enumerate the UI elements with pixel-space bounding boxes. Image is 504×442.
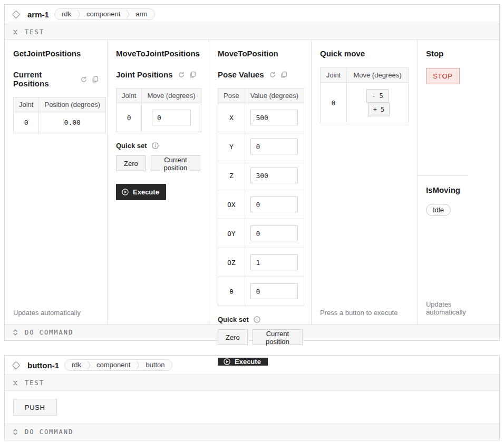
page: arm-1 rdk component arm TEST GetJointPos… [0, 0, 504, 442]
button-test-section-label: TEST [25, 379, 44, 387]
joint-positions-table: Joint Move (degrees) 0 [116, 88, 201, 132]
push-button[interactable]: PUSH [13, 399, 57, 416]
updates-automatically-note: Updates automatically [13, 309, 81, 317]
joint-positions-heading: Joint Positions [116, 70, 173, 79]
plus-5-button[interactable]: + 5 [368, 103, 390, 116]
breadcrumb-component: component [91, 360, 136, 370]
current-position-button[interactable]: Current position [253, 329, 303, 345]
info-icon[interactable] [254, 316, 260, 323]
refresh-icon[interactable] [178, 71, 185, 78]
expand-icon [12, 429, 18, 435]
zero-button[interactable]: Zero [218, 329, 248, 345]
breadcrumb-arm: arm [130, 9, 153, 19]
button-do-command-section-toggle[interactable]: DO COMMAND [5, 424, 499, 440]
copy-icon[interactable] [189, 71, 196, 78]
move-to-position-heading: MoveToPosition [218, 49, 278, 58]
status-badge: Idle [426, 204, 451, 216]
get-joint-positions-heading: GetJointPositions [13, 49, 81, 58]
play-icon [122, 189, 129, 195]
pose-z-input[interactable] [250, 168, 298, 183]
current-position-button[interactable]: Current position [151, 155, 200, 171]
column-header-joint: Joint [14, 97, 39, 112]
arm-panel-header: arm-1 rdk component arm [5, 5, 499, 24]
expand-icon [12, 329, 18, 336]
button-do-command-section-label: DO COMMAND [25, 428, 73, 436]
pose-y-input[interactable] [250, 139, 298, 154]
chevron-right-icon [126, 9, 130, 19]
pose-value-cell [245, 277, 304, 306]
breadcrumb-rdk: rdk [66, 360, 87, 370]
joint-index-cell: 0 [117, 103, 142, 132]
arm-test-section-toggle[interactable]: TEST [5, 24, 499, 40]
press-button-note: Press a button to execute [320, 309, 398, 317]
quick-move-heading: Quick move [320, 49, 365, 58]
current-positions-heading: Current Positions [13, 70, 75, 88]
stop-ismoving-column: Stop STOP IsMoving Idle Updates automati… [418, 40, 499, 324]
execute-button-label: Execute [235, 358, 261, 366]
pose-value-cell [245, 219, 304, 248]
column-header-pose: Pose [218, 89, 245, 103]
arm-panel-title: arm-1 [27, 10, 49, 19]
breadcrumb: rdk component arm [54, 8, 155, 20]
column-header-joint: Joint [321, 68, 347, 83]
updates-automatically-note: Updates automatically [426, 300, 491, 316]
breadcrumb-rdk: rdk [56, 9, 77, 19]
refresh-icon[interactable] [269, 71, 276, 78]
component-diamond-icon [12, 10, 21, 18]
execute-button[interactable]: Execute [218, 358, 268, 366]
pose-oz-input[interactable] [250, 254, 298, 270]
pose-value-cell [245, 248, 304, 277]
table-row: Y [218, 132, 304, 161]
stop-button[interactable]: STOP [426, 68, 460, 84]
arm-test-section-label: TEST [25, 28, 44, 36]
joint-move-input[interactable] [152, 110, 191, 125]
current-positions-table: Joint Position (degrees) 0 0.00 [13, 97, 106, 133]
column-header-move: Move (degrees) [142, 89, 201, 103]
table-row: OZ [218, 248, 304, 277]
pose-theta-input[interactable] [250, 283, 298, 299]
table-row: X [218, 103, 304, 132]
execute-button-label: Execute [133, 188, 159, 196]
execute-button[interactable]: Execute [116, 184, 166, 200]
pose-label-cell: θ [218, 277, 245, 306]
joint-index-cell: 0 [14, 112, 39, 133]
column-header-move: Move (degrees) [347, 68, 409, 83]
pose-label-cell: X [218, 103, 245, 132]
component-diamond-icon [12, 361, 21, 369]
button-test-body: PUSH [5, 391, 499, 424]
refresh-icon[interactable] [80, 76, 87, 83]
quick-move-table: Joint Move (degrees) 0 - 5 + 5 [320, 67, 409, 123]
pose-ox-input[interactable] [250, 197, 298, 212]
stop-section: Stop STOP [418, 40, 468, 176]
button-panel: button-1 rdk component button TEST PUSH … [4, 355, 500, 440]
copy-icon[interactable] [280, 71, 287, 78]
minus-5-button[interactable]: - 5 [366, 89, 389, 103]
stop-heading: Stop [426, 49, 443, 58]
zero-button[interactable]: Zero [116, 155, 146, 171]
pose-label-cell: Z [218, 161, 245, 190]
arm-test-body: GetJointPositions Current Positions Join… [5, 40, 499, 324]
table-row: θ [218, 277, 304, 306]
pose-x-input[interactable] [250, 110, 298, 125]
pose-values-table: Pose Value (degrees) X Y Z [218, 88, 304, 306]
chevron-right-icon [136, 360, 140, 370]
quick-set-label: Quick set [116, 142, 147, 150]
move-to-joint-positions-column: MoveToJointPositions Joint Positions Joi… [108, 40, 209, 324]
get-joint-positions-column: GetJointPositions Current Positions Join… [5, 40, 108, 324]
is-moving-heading: IsMoving [426, 185, 460, 195]
collapse-icon [12, 380, 18, 386]
copy-icon[interactable] [92, 76, 99, 83]
info-icon[interactable] [152, 142, 159, 149]
breadcrumb-button: button [140, 360, 170, 370]
table-row: 0 0.00 [14, 112, 106, 133]
table-row: OX [218, 190, 304, 219]
arm-do-command-section-label: DO COMMAND [25, 329, 73, 336]
pose-oy-input[interactable] [250, 225, 298, 241]
joint-index-cell: 0 [321, 83, 347, 123]
button-test-section-toggle[interactable]: TEST [5, 375, 499, 391]
joint-position-cell: 0.00 [39, 112, 106, 133]
arm-panel: arm-1 rdk component arm TEST GetJointPos… [4, 4, 500, 341]
pose-label-cell: Y [218, 132, 245, 161]
pose-value-cell [245, 103, 304, 132]
breadcrumb-component: component [81, 9, 126, 19]
